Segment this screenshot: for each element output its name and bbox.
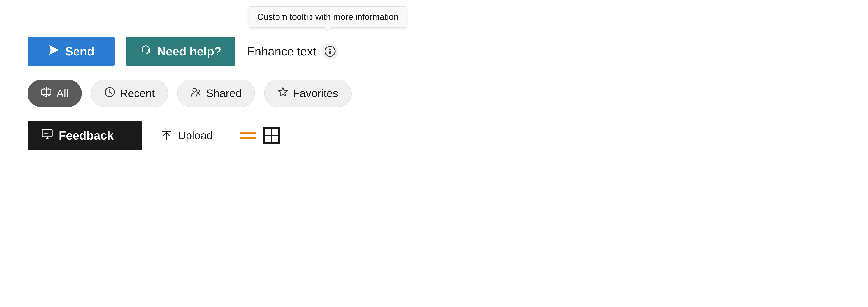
upload-icon	[160, 129, 173, 142]
enhance-text-group: Enhance text Custom tooltip with more in…	[247, 43, 338, 60]
list-line-1	[240, 132, 256, 134]
tooltip: Custom tooltip with more information	[249, 6, 407, 28]
list-view-button[interactable]	[240, 132, 256, 139]
svg-point-3	[147, 53, 148, 54]
svg-rect-1	[142, 49, 144, 53]
svg-rect-6	[329, 51, 331, 54]
grid-cell-3	[264, 135, 271, 143]
feedback-icon	[41, 128, 53, 143]
need-help-button[interactable]: Need help?	[126, 37, 235, 66]
upload-label: Upload	[178, 129, 213, 142]
upload-button[interactable]: Upload	[160, 129, 213, 142]
svg-line-13	[110, 92, 112, 93]
view-toggle	[240, 127, 280, 144]
filter-recent-label: Recent	[120, 87, 155, 100]
svg-marker-0	[50, 45, 58, 55]
filter-buttons-row: All Recent Shar	[28, 80, 351, 107]
clock-icon	[104, 87, 115, 100]
filter-favorites-button[interactable]: Favorites	[264, 80, 351, 107]
svg-point-5	[329, 49, 331, 50]
people-icon	[190, 87, 202, 100]
filter-shared-button[interactable]: Shared	[177, 80, 255, 107]
enhance-text-label: Enhance text	[247, 44, 316, 58]
filter-all-button[interactable]: All	[28, 80, 82, 107]
cube-icon	[41, 87, 52, 100]
send-button[interactable]: Send	[28, 37, 115, 66]
grid-cell-2	[271, 128, 278, 135]
action-row: Feedback Upload	[28, 121, 351, 150]
filter-all-label: All	[56, 87, 68, 100]
send-label: Send	[65, 44, 94, 58]
grid-cell-1	[264, 128, 271, 135]
feedback-button[interactable]: Feedback	[28, 121, 142, 150]
grid-view-button[interactable]	[263, 127, 280, 144]
headset-icon	[140, 44, 152, 59]
svg-point-14	[193, 88, 196, 92]
svg-marker-16	[278, 88, 287, 96]
need-help-label: Need help?	[157, 44, 221, 58]
svg-point-15	[197, 90, 199, 93]
filter-recent-button[interactable]: Recent	[91, 80, 168, 107]
filter-favorites-label: Favorites	[293, 87, 338, 100]
feedback-label: Feedback	[59, 128, 114, 142]
info-button[interactable]	[322, 43, 338, 60]
grid-cell-4	[271, 135, 278, 143]
list-line-2	[240, 136, 256, 139]
star-icon	[277, 87, 288, 100]
send-icon	[48, 44, 60, 59]
svg-rect-17	[42, 129, 52, 137]
filter-shared-label: Shared	[206, 87, 242, 100]
